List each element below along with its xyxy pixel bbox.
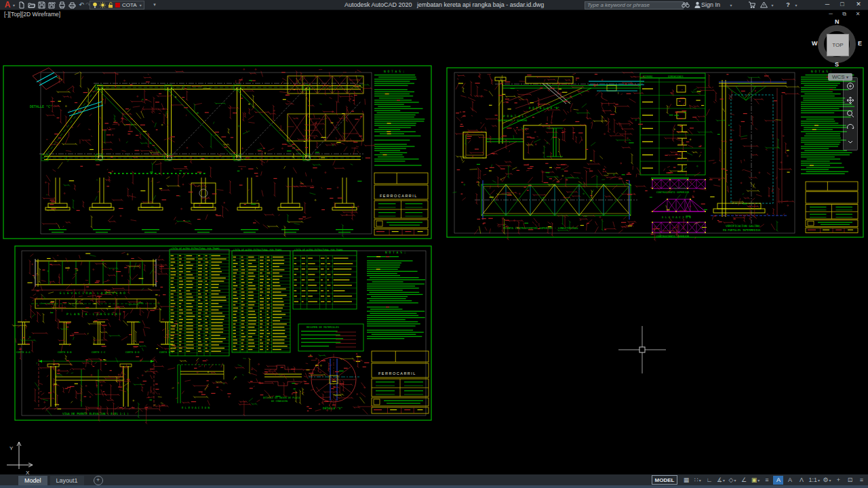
sign-in-user-icon[interactable] bbox=[693, 1, 701, 9]
annotation-people-icon[interactable]: Λ bbox=[796, 476, 806, 485]
sheet3-steel-tables bbox=[170, 249, 357, 356]
new-layout-button[interactable]: + bbox=[94, 476, 103, 485]
isolate-objects-icon[interactable]: ⊡ bbox=[845, 476, 855, 485]
search-binoculars-icon[interactable] bbox=[682, 1, 690, 9]
sheet3-union-label2: DE CONEXION bbox=[271, 400, 288, 403]
sheet3-lista-title-1: LISTA DE ACERO ESTRUCTURAL POR TRAMO bbox=[171, 247, 219, 250]
sheet3-lista-title-2: LISTA DE ACERO ESTRUCTURAL POR TRAMO bbox=[233, 249, 281, 251]
viewport-controls-label[interactable]: [-][Top][2D Wireframe] bbox=[4, 11, 60, 18]
pan-icon[interactable] bbox=[846, 96, 854, 104]
close-button[interactable]: ✕ bbox=[853, 0, 864, 9]
sheet3-corte-label: CORTE A-A bbox=[16, 350, 31, 354]
application-menu-button[interactable]: A bbox=[1, 0, 14, 9]
navigation-bar[interactable] bbox=[843, 77, 858, 150]
application-menu-caret-icon: ▾ bbox=[13, 3, 15, 7]
annotation-visibility-icon[interactable]: A bbox=[773, 476, 783, 485]
orbit-icon[interactable] bbox=[846, 123, 854, 131]
plot-icon[interactable] bbox=[58, 1, 66, 9]
sheet3-elev-larguero-label: E L E V A C I O N - L A R G U E R O bbox=[60, 291, 125, 295]
isometric-drafting-icon[interactable]: ◇▾ bbox=[727, 476, 737, 485]
sheet3-corte-label: CORTE B-B bbox=[58, 350, 72, 354]
tab-layout1[interactable]: Layout1 bbox=[50, 476, 84, 485]
sheet2-table-col1: MIEMBRO bbox=[643, 75, 652, 78]
layer-control[interactable]: COTA ▾ bbox=[90, 1, 144, 9]
tab-model[interactable]: Model bbox=[18, 476, 47, 485]
layer-color-swatch bbox=[115, 3, 120, 7]
qat-customize-caret-icon[interactable]: ▾ bbox=[151, 1, 159, 9]
sheet2-detalle-b bbox=[526, 77, 573, 104]
polar-tracking-icon[interactable]: ∡▾ bbox=[715, 476, 726, 485]
app-store-cart-icon[interactable] bbox=[747, 1, 755, 9]
viewcube-west[interactable]: W bbox=[812, 40, 818, 47]
sheet2-titleblock bbox=[806, 182, 858, 232]
save-icon[interactable] bbox=[37, 1, 45, 9]
lineweight-icon[interactable]: ≡ bbox=[762, 476, 772, 485]
layer-dropdown-caret-icon[interactable]: ▾ bbox=[140, 3, 142, 7]
signin-caret-icon[interactable]: ▾ bbox=[727, 1, 735, 9]
layer-on-bulb-icon bbox=[92, 2, 98, 8]
navwheel-icon[interactable] bbox=[846, 82, 854, 90]
print-icon[interactable] bbox=[68, 1, 76, 9]
minimize-button[interactable]: ─ bbox=[822, 0, 833, 9]
new-file-icon[interactable] bbox=[18, 1, 26, 9]
sheet3-titleblock bbox=[372, 351, 429, 413]
grid-display-icon[interactable]: ▦ bbox=[681, 476, 691, 485]
bottom-edge-strip bbox=[0, 485, 868, 488]
sheet1-notes bbox=[374, 75, 425, 166]
sheet2-galibo-label1: VERIFICACION GALIBO bbox=[726, 224, 760, 228]
clean-screen-icon[interactable]: ≡ bbox=[856, 476, 867, 485]
maximize-button[interactable]: □ bbox=[837, 0, 848, 9]
sheet2-table-col2: DIMENSIONES bbox=[668, 75, 683, 78]
object-snap-icon[interactable]: ▣▾ bbox=[750, 476, 760, 485]
model-space-button[interactable]: MODEL bbox=[652, 475, 678, 485]
object-snap-tracking-icon[interactable]: ∠ bbox=[738, 476, 749, 485]
help-icon[interactable]: ? bbox=[784, 1, 792, 9]
zoom-icon[interactable] bbox=[846, 110, 854, 118]
help-caret-icon[interactable]: ▾ bbox=[792, 1, 800, 9]
status-bar: MODEL ▦ ∷▾ ∟ ∡▾ ◇▾ ∠ ▣▾ ≡ A A Λ 1:1▾ ⚙▾ … bbox=[652, 475, 867, 485]
navbar-more-icon[interactable] bbox=[846, 138, 854, 146]
sheet3-corte-label: CORTE D-D bbox=[125, 350, 140, 354]
sheet3-titleblock-name: FERROCARRIL bbox=[378, 371, 416, 375]
sheet3-notes bbox=[367, 256, 425, 339]
sheet1-bearings bbox=[45, 173, 357, 232]
viewcube-top-face[interactable]: TOP bbox=[827, 34, 849, 56]
viewcube[interactable]: N S W E TOP bbox=[813, 20, 862, 69]
sheet2-portal bbox=[495, 77, 644, 144]
annotation-scale-button[interactable]: 1:1▾ bbox=[808, 476, 821, 485]
doc-restore-button[interactable]: ⧉ bbox=[840, 11, 849, 18]
sheet3-planta-larguero-label: P L A N T A - L A R G U E R O bbox=[66, 312, 121, 316]
health-alert-icon[interactable] bbox=[760, 1, 768, 9]
viewcube-south[interactable]: S bbox=[835, 61, 839, 68]
sheet2-portal-sublabel: INTERMEDIO Y EXTREMO bbox=[498, 119, 527, 122]
sheet2-portal-label: P O R T A L bbox=[503, 115, 524, 118]
alert-caret-icon[interactable]: ▾ bbox=[768, 1, 776, 9]
viewcube-east[interactable]: E bbox=[858, 40, 862, 47]
ucs-y-label: Y bbox=[9, 445, 14, 451]
workspace-gear-icon[interactable]: ⚙▾ bbox=[822, 476, 832, 485]
drawing-canvas[interactable]: DETALLE "C" N O T A S : FERROCARRIL bbox=[0, 0, 868, 488]
sheet3-viga bbox=[34, 359, 159, 409]
sheet2-planta-truss bbox=[475, 180, 637, 220]
doc-minimize-button[interactable]: ─ bbox=[826, 11, 835, 18]
ortho-mode-icon[interactable]: ∟ bbox=[704, 476, 714, 485]
title-bar: A ▾ ↶ ↷ COTA ▾ ▾ Autodesk AutoCAD 2020 j… bbox=[0, 0, 868, 10]
save-as-icon[interactable] bbox=[47, 1, 56, 9]
snap-mode-icon[interactable]: ∷▾ bbox=[692, 476, 703, 485]
wcs-dropdown[interactable]: WCS ▾ bbox=[828, 73, 852, 81]
sheet1-notes-title: N O T A S : bbox=[384, 70, 404, 73]
sign-in-button[interactable]: Sign In bbox=[701, 1, 720, 8]
wcs-label: WCS bbox=[832, 74, 845, 80]
doc-close-button[interactable]: ✕ bbox=[853, 11, 863, 18]
crosshair-cursor bbox=[618, 326, 666, 373]
autoscale-icon[interactable]: A bbox=[785, 476, 795, 485]
open-folder-icon[interactable] bbox=[27, 1, 35, 9]
sheet3-elev-detail bbox=[178, 365, 224, 403]
annotation-monitor-icon[interactable]: + bbox=[833, 476, 844, 485]
viewcube-north[interactable]: N bbox=[835, 18, 840, 25]
sheet2-cv-inferior-label: CONTRAVIENTO INFERIOR bbox=[656, 235, 690, 238]
sheet-2: P O R T A L INTERMEDIO Y EXTREMO D E T A… bbox=[447, 68, 863, 241]
search-input[interactable]: Type a keyword or phrase bbox=[585, 1, 684, 9]
sheet3-lista-title-3: LISTA DE ACERO ESTRUCTURAL POR TRAMO bbox=[294, 249, 342, 251]
sheet3-detalle-x-label: DETALLE "X" bbox=[323, 407, 342, 410]
